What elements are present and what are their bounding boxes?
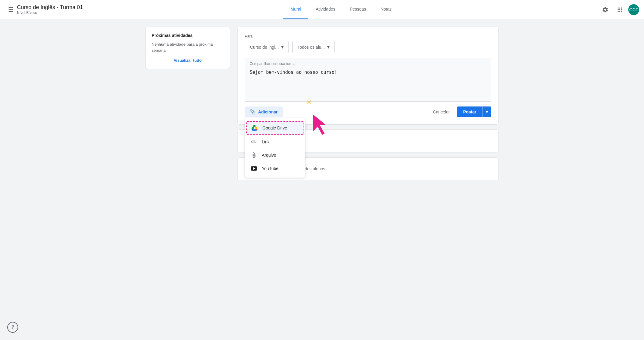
paperclip-icon: 📎 (250, 109, 256, 115)
avatar[interactable]: GCF (628, 4, 639, 15)
tab-notas[interactable]: Notas (373, 0, 399, 19)
course-dropdown-chevron-icon: ▾ (281, 44, 284, 50)
course-dropdown-label: Curso de Ingl... (250, 45, 279, 50)
menu-item-link-label: Link (262, 139, 270, 144)
proximas-text: Nenhuma atividade para a próxima semana (152, 41, 224, 53)
students-dropdown[interactable]: Todos os alu... ▾ (292, 41, 335, 53)
add-dropdown-menu: Google Drive Link (245, 118, 305, 178)
menu-item-arquivo[interactable]: Arquivo (245, 149, 305, 162)
add-button-container: 📎 Adicionar (245, 106, 283, 117)
post-textarea[interactable] (250, 67, 486, 88)
post-card: Para Curso de Ingl... ▾ Todos os alu... … (237, 27, 499, 125)
loading-spinner: ✳ (305, 97, 312, 107)
tab-pessoas[interactable]: Pessoas (343, 0, 373, 19)
nav-tabs: Mural Atividades Pessoas Notas (83, 0, 599, 19)
post-btn-group: Postar ▾ (457, 106, 491, 117)
course-dropdown[interactable]: Curso de Ingl... ▾ (245, 41, 289, 53)
post-actions: 📎 Adicionar (245, 106, 491, 117)
add-button-label: Adicionar (258, 110, 278, 114)
youtube-svg (251, 166, 257, 171)
post-button[interactable]: Postar (457, 106, 482, 117)
top-nav: ☰ Curso de Inglês - Turma 01 Nível Básic… (0, 0, 644, 19)
post-dropdowns: Curso de Ingl... ▾ Todos os alu... ▾ (245, 41, 491, 53)
attach-svg (251, 152, 257, 158)
drive-svg (251, 125, 258, 131)
menu-item-drive-label: Google Drive (262, 126, 287, 130)
sidebar: Próximas atividades Nenhuma atividade pa… (145, 27, 230, 180)
apps-button[interactable] (614, 4, 626, 16)
link-svg (251, 139, 257, 145)
google-drive-icon (251, 125, 258, 131)
tab-mural[interactable]: Mural (283, 0, 308, 19)
grid-icon (616, 6, 623, 13)
hamburger-button[interactable]: ☰ (5, 4, 17, 16)
course-info: Curso de Inglês - Turma 01 Nível Básico (17, 4, 83, 15)
menu-item-google-drive[interactable]: Google Drive (246, 121, 304, 135)
students-dropdown-label: Todos os alu... (297, 45, 325, 50)
gear-icon (602, 6, 609, 13)
visualizar-link[interactable]: Visualizar tudo (152, 58, 224, 63)
tab-atividades[interactable]: Atividades (308, 0, 343, 19)
proximas-title: Próximas atividades (152, 33, 224, 38)
students-dropdown-chevron-icon: ▾ (327, 44, 330, 50)
menu-item-youtube[interactable]: YouTube (245, 162, 305, 175)
textarea-container: Compartilhar com sua turma (245, 58, 491, 102)
youtube-icon (251, 165, 257, 172)
proximas-card: Próximas atividades Nenhuma atividade pa… (145, 27, 230, 69)
nav-actions: GCF (599, 4, 639, 16)
main-content: Para Curso de Ingl... ▾ Todos os alu... … (237, 27, 499, 180)
settings-button[interactable] (599, 4, 611, 16)
menu-item-link[interactable]: Link (245, 135, 305, 149)
add-button[interactable]: 📎 Adicionar (245, 106, 283, 117)
page-layout: Próximas atividades Nenhuma atividade pa… (140, 19, 504, 188)
link-icon (251, 139, 257, 145)
cancel-button[interactable]: Cancelar (428, 107, 455, 117)
post-chevron-icon: ▾ (486, 109, 488, 114)
hamburger-icon: ☰ (8, 6, 14, 13)
post-chevron-button[interactable]: ▾ (482, 106, 491, 117)
para-label: Para (245, 34, 491, 38)
course-title: Curso de Inglês - Turma 01 (17, 4, 83, 11)
menu-item-youtube-label: YouTube (262, 166, 278, 171)
textarea-label: Compartilhar com sua turma (250, 62, 486, 66)
course-subtitle: Nível Básico (17, 11, 83, 15)
menu-item-arquivo-label: Arquivo (262, 153, 276, 158)
arquivo-icon (251, 152, 257, 158)
